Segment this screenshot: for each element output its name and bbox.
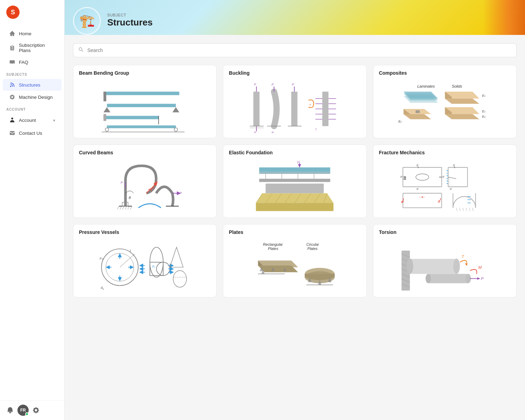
svg-text:θ: θ [129, 196, 131, 200]
svg-text:σ: σ [416, 187, 418, 191]
svg-line-129 [120, 254, 135, 267]
card-fracture-mechanics[interactable]: Fracture Mechanics σ σ σ σ [373, 145, 517, 218]
card-elastic-foundation[interactable]: Elastic Foundation [223, 145, 366, 218]
svg-point-10 [174, 128, 178, 131]
sidebar-item-faq[interactable]: FAQ [3, 56, 61, 68]
user-avatar[interactable]: FR [17, 405, 29, 416]
svg-text:Circular: Circular [306, 242, 319, 246]
svg-text:Solids: Solids [452, 84, 462, 88]
svg-rect-28 [322, 92, 329, 126]
card-buckling-image: P P P P P [223, 79, 366, 138]
header-banner: 🏗️ SUBJECT Structures [65, 0, 525, 35]
svg-point-174 [425, 274, 431, 283]
svg-text:τ: τ [315, 127, 317, 131]
svg-line-57 [130, 206, 132, 209]
cards-grid: Beam Bending Group [73, 65, 517, 297]
svg-rect-83 [403, 168, 442, 187]
card-plates[interactable]: Plates Rectangular Plates Circular Plate… [223, 224, 366, 297]
sidebar-item-structures[interactable]: Structures [3, 79, 61, 91]
svg-text:E₂: E₂ [482, 115, 486, 118]
sidebar-item-contact-us[interactable]: Contact Us [3, 127, 61, 139]
svg-text:T: T [461, 255, 464, 259]
faq-icon [9, 59, 15, 65]
card-composites[interactable]: Composites Laminates Solids [373, 65, 517, 138]
search-input[interactable] [87, 47, 511, 53]
svg-rect-6 [103, 114, 106, 121]
svg-line-52 [117, 206, 119, 209]
card-elastic-foundation-title: Elastic Foundation [223, 145, 366, 158]
subject-icon: 🏗️ [73, 7, 101, 35]
subscription-icon [9, 45, 15, 51]
home-icon [9, 30, 15, 37]
svg-text:Laminates: Laminates [417, 84, 435, 88]
svg-text:P: P [121, 181, 123, 184]
svg-text:Rectangular: Rectangular [263, 242, 283, 246]
card-torsion[interactable]: Torsion [373, 224, 517, 297]
card-pressure-vessels[interactable]: Pressure Vessels d o [73, 224, 217, 297]
svg-text:P: P [272, 131, 274, 133]
header-text: SUBJECT Structures [107, 13, 153, 29]
svg-rect-23 [291, 92, 298, 126]
svg-point-107 [422, 197, 423, 198]
notification-icon[interactable] [6, 406, 14, 414]
svg-rect-1 [103, 92, 106, 102]
settings-icon[interactable] [32, 406, 40, 414]
svg-line-53 [120, 206, 122, 209]
machine-design-icon [9, 94, 15, 100]
sidebar-bottom: FR [0, 400, 64, 420]
svg-text:E₁: E₁ [482, 94, 486, 97]
svg-text:E₂: E₂ [398, 120, 402, 123]
svg-text:P: P [155, 180, 158, 184]
main-content: 🏗️ SUBJECT Structures Beam Bending Group [65, 0, 525, 420]
header-decoration [483, 0, 525, 35]
sidebar-nav: Home Subscription Plans FAQ SUBJECTS Str… [0, 24, 64, 142]
svg-text:P: P [180, 191, 182, 195]
svg-line-112 [456, 208, 457, 211]
card-beam-bending-title: Beam Bending Group [73, 65, 216, 79]
svg-rect-173 [428, 274, 468, 283]
svg-line-55 [125, 206, 127, 209]
svg-text:E₁: E₁ [482, 110, 486, 113]
card-torsion-title: Torsion [373, 224, 516, 238]
svg-text:P: P [292, 83, 294, 86]
online-indicator [25, 412, 29, 416]
svg-line-102 [448, 177, 456, 179]
svg-text:σ: σ [442, 175, 444, 178]
svg-text:P: P [481, 277, 483, 281]
sidebar-item-home[interactable]: Home [3, 28, 61, 39]
card-plates-title: Plates [223, 224, 366, 238]
content-area: Beam Bending Group [65, 35, 525, 420]
svg-text:o: o [102, 258, 103, 260]
account-icon [9, 117, 15, 124]
svg-marker-3 [103, 107, 110, 112]
svg-text:t: t [130, 249, 131, 252]
svg-marker-4 [173, 107, 180, 112]
svg-text:i: i [154, 266, 155, 268]
card-buckling[interactable]: Buckling P P P [223, 65, 366, 138]
svg-point-9 [105, 128, 109, 131]
card-curved-beams[interactable]: Curved Beams θ P M [73, 145, 217, 218]
card-beam-bending[interactable]: Beam Bending Group [73, 65, 217, 138]
contact-icon [9, 130, 15, 136]
svg-text:M: M [152, 186, 155, 190]
svg-line-54 [123, 206, 124, 209]
sidebar-item-machine-design[interactable]: Machine Design [3, 91, 61, 103]
sidebar-item-subscription[interactable]: Subscription Plans [3, 40, 61, 56]
svg-rect-82 [266, 184, 324, 193]
svg-text:P: P [254, 83, 256, 86]
subject-label: SUBJECT [107, 13, 153, 17]
card-curved-beams-title: Curved Beams [73, 145, 216, 158]
svg-text:P: P [297, 161, 300, 164]
sidebar-item-home-label: Home [19, 31, 31, 36]
card-pressure-vessels-title: Pressure Vessels [73, 224, 216, 238]
svg-text:σ: σ [416, 163, 418, 167]
svg-point-171 [407, 259, 413, 274]
sidebar-item-account[interactable]: Account ▾ [3, 114, 61, 127]
svg-text:p: p [152, 264, 154, 268]
svg-rect-64 [259, 168, 330, 172]
app-logo[interactable]: S [6, 6, 20, 19]
svg-text:p: p [100, 256, 102, 260]
avatar-initials: FR [20, 408, 26, 413]
sidebar-item-faq-label: FAQ [19, 60, 28, 65]
svg-point-172 [453, 259, 460, 274]
